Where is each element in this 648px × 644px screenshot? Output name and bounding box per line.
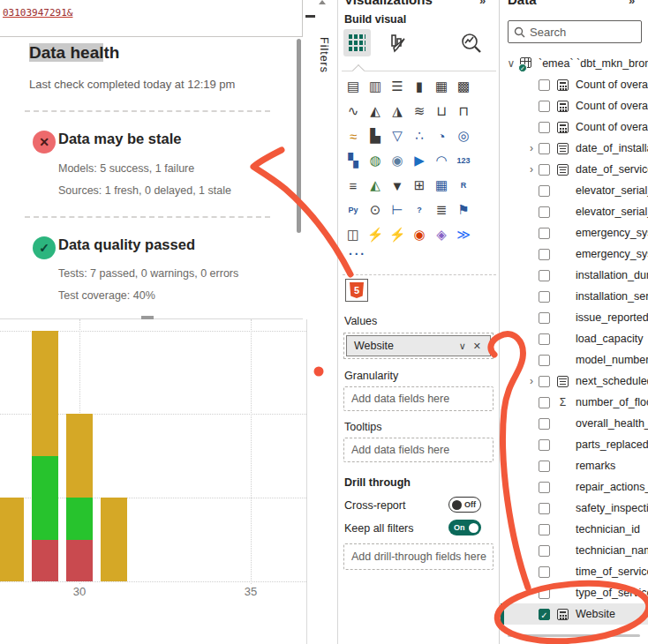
field-checkbox[interactable] bbox=[539, 482, 550, 493]
field-tree-root[interactable]: ∨✓`emea` `dbt_mkn_bron... bbox=[501, 53, 648, 74]
field-row-number-of-floo[interactable]: Σnumber_of_floo... bbox=[501, 392, 648, 413]
donut-chart[interactable]: ◎ bbox=[455, 127, 472, 145]
field-checkbox[interactable] bbox=[539, 397, 550, 408]
smart-narrative[interactable]: ≣ bbox=[433, 201, 450, 219]
clustered-bar-chart[interactable]: ☰ bbox=[388, 78, 406, 95]
azure-map[interactable]: ▶ bbox=[411, 152, 428, 169]
field-checkbox[interactable] bbox=[539, 333, 550, 345]
chevron-collapsed-icon[interactable]: › bbox=[526, 163, 537, 176]
r-script-visual[interactable]: R bbox=[455, 176, 472, 194]
python-visual[interactable]: Py bbox=[344, 201, 362, 219]
funnel-chart[interactable]: ▽ bbox=[388, 127, 406, 145]
bar-segment-red[interactable] bbox=[32, 540, 58, 581]
field-checkbox[interactable]: ✓ bbox=[539, 609, 550, 620]
stacked-bar-chart[interactable]: ▤ bbox=[344, 78, 362, 95]
field-row-date-of-service[interactable]: ›date_of_service bbox=[501, 159, 648, 180]
bar-segment-yellow[interactable] bbox=[66, 414, 93, 498]
field-row-type-of-service[interactable]: type_of_service bbox=[501, 582, 648, 603]
bar-segment-green[interactable] bbox=[66, 498, 93, 539]
scroll-up-icon[interactable] bbox=[319, 0, 326, 4]
chevron-collapsed-icon[interactable]: › bbox=[526, 142, 537, 154]
power-automate[interactable]: ≫ bbox=[455, 226, 472, 243]
stacked-bar-28[interactable] bbox=[0, 498, 24, 581]
field-row-emergency-syst[interactable]: emergency_syst... bbox=[501, 243, 648, 265]
pie-chart[interactable]: ◔ bbox=[433, 127, 450, 145]
field-row-next-scheduled[interactable]: ›next_scheduled... bbox=[501, 371, 648, 392]
card[interactable]: 123 bbox=[455, 152, 472, 169]
multi-row-card[interactable]: ≡ bbox=[344, 176, 362, 194]
paginated-report[interactable]: ◫ bbox=[344, 226, 362, 243]
stacked-column-chart-visual[interactable]: 3035 bbox=[0, 319, 307, 644]
stacked-area-chart[interactable]: ◮ bbox=[388, 102, 406, 120]
stacked-bar-30[interactable] bbox=[66, 414, 93, 581]
field-row-technician-name[interactable]: technician_name bbox=[501, 540, 648, 561]
key-influencers[interactable]: ⊙ bbox=[366, 201, 384, 219]
kpi[interactable]: ◭ bbox=[366, 176, 384, 194]
100-stacked-area-chart[interactable]: ≋ bbox=[411, 102, 428, 120]
bar-segment-yellow[interactable] bbox=[0, 498, 24, 581]
filled-map[interactable]: ◉ bbox=[388, 152, 406, 169]
metrics[interactable]: ⚑ bbox=[455, 201, 472, 219]
arcgis-map[interactable]: ◉ bbox=[411, 226, 428, 243]
100-stacked-column-chart[interactable]: ▩ bbox=[455, 78, 472, 95]
stacked-bar-31[interactable] bbox=[101, 498, 127, 581]
tab-analytics[interactable] bbox=[460, 32, 483, 55]
partner-visual-diamond[interactable]: ◈ bbox=[433, 226, 450, 243]
matrix[interactable]: ▦ bbox=[433, 176, 450, 194]
line-and-clustered-column-chart[interactable]: ⊓ bbox=[455, 102, 472, 120]
field-row-count-of-overal[interactable]: Count of overal... bbox=[501, 116, 648, 138]
tooltips-well[interactable]: Add data fields here bbox=[343, 438, 494, 462]
field-row-issue-reported[interactable]: issue_reported bbox=[501, 307, 648, 328]
field-row-load-capacity[interactable]: load_capacity bbox=[501, 328, 648, 349]
field-checkbox[interactable] bbox=[539, 524, 550, 535]
search-input[interactable]: Search bbox=[508, 20, 642, 43]
code-text[interactable]: 03103947291& bbox=[3, 7, 72, 19]
chevron-collapsed-icon[interactable]: › bbox=[526, 375, 537, 387]
tab-build-visual[interactable] bbox=[343, 29, 371, 56]
power-apps[interactable]: ⚡ bbox=[366, 226, 384, 243]
cross-report-toggle[interactable]: Off bbox=[448, 497, 481, 513]
field-checkbox[interactable] bbox=[539, 143, 550, 154]
scatter-chart[interactable]: ∴ bbox=[411, 127, 428, 145]
field-row-installation-serv[interactable]: installation_serv... bbox=[501, 286, 648, 307]
field-checkbox[interactable] bbox=[539, 249, 550, 260]
stacked-column-chart[interactable]: ▥ bbox=[366, 78, 384, 95]
field-checkbox[interactable] bbox=[539, 503, 550, 514]
map[interactable]: ◍ bbox=[366, 152, 384, 169]
field-row-remarks[interactable]: remarks bbox=[501, 455, 648, 476]
clustered-column-chart[interactable]: ▮ bbox=[411, 78, 428, 95]
table[interactable]: ⊞ bbox=[411, 176, 428, 194]
field-checkbox[interactable] bbox=[539, 545, 550, 557]
field-checkbox[interactable] bbox=[539, 122, 550, 133]
line-chart[interactable]: ∿ bbox=[344, 102, 362, 120]
field-row-time-of-service[interactable]: time_of_service bbox=[501, 561, 648, 582]
field-row-overall-health-c[interactable]: overall_health_c... bbox=[501, 413, 648, 434]
drill-through-well[interactable]: Add drill-through fields here bbox=[343, 543, 494, 570]
bar-segment-green[interactable] bbox=[32, 456, 58, 540]
field-row-technician-id[interactable]: technician_id bbox=[501, 519, 648, 540]
field-row-installation-dur[interactable]: installation_dur... bbox=[501, 265, 648, 286]
collapse-pane-icon[interactable]: » bbox=[479, 0, 486, 7]
minimize-icon[interactable] bbox=[305, 15, 315, 18]
waterfall-chart[interactable]: ▙ bbox=[366, 127, 384, 145]
gauge[interactable]: ◠ bbox=[433, 152, 450, 169]
data-health-card[interactable]: Data health Last check completed today a… bbox=[0, 36, 303, 319]
field-checkbox[interactable] bbox=[539, 291, 550, 303]
values-well[interactable]: Website ∨ ✕ bbox=[343, 333, 494, 359]
power-automate-visual[interactable]: ⚡ bbox=[388, 226, 406, 243]
collapse-pane-icon[interactable]: » bbox=[629, 0, 635, 7]
field-checkbox[interactable] bbox=[539, 101, 550, 112]
data-pane-scrollbar[interactable] bbox=[508, 634, 640, 637]
stacked-bar-29[interactable] bbox=[32, 331, 58, 581]
line-and-stacked-column-chart[interactable]: ⊔ bbox=[433, 102, 450, 120]
field-checkbox[interactable] bbox=[539, 270, 550, 281]
field-checkbox[interactable] bbox=[539, 164, 550, 176]
chevron-expanded-icon[interactable]: ∨ bbox=[506, 57, 516, 70]
field-row-parts-replaced[interactable]: parts_replaced bbox=[501, 434, 648, 455]
card-vertical-scrollbar[interactable] bbox=[297, 39, 301, 233]
field-checkbox[interactable] bbox=[539, 566, 550, 578]
field-checkbox[interactable] bbox=[539, 228, 550, 239]
treemap[interactable]: ▚ bbox=[344, 152, 362, 169]
values-field-pill[interactable]: Website bbox=[354, 340, 456, 352]
field-checkbox[interactable] bbox=[539, 588, 550, 599]
